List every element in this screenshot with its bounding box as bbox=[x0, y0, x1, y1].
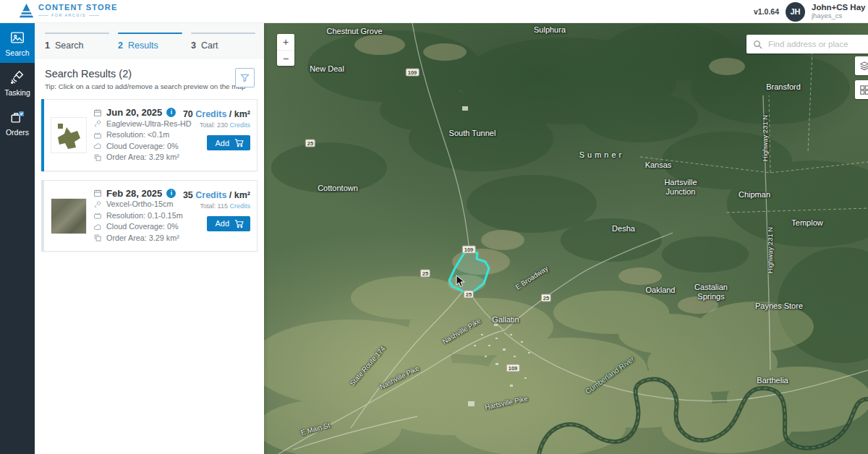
imagery-search-icon bbox=[9, 30, 25, 46]
sidebar-item-label: Orders bbox=[6, 128, 29, 137]
map-label: Sumner bbox=[579, 150, 625, 160]
result-thumbnail-imagery bbox=[51, 198, 87, 234]
zoom-in-button[interactable]: + bbox=[277, 34, 294, 50]
results-tip: Tip: Click on a card to add/remove a sea… bbox=[45, 82, 254, 90]
sidebar-item-orders[interactable]: Orders bbox=[0, 103, 35, 142]
zoom-out-button[interactable]: − bbox=[277, 50, 294, 66]
map-route-shield: 25 bbox=[541, 294, 551, 302]
map-labels-layer: Chestnut GroveSulphuraNew DealBransfordS… bbox=[264, 23, 868, 454]
sensor-icon bbox=[93, 119, 102, 128]
map-label: E Broadway bbox=[514, 264, 550, 292]
content-store-logo-icon bbox=[19, 3, 34, 18]
app-version: v1.0.64 bbox=[754, 7, 779, 16]
capture-date: Jun 20, 2025 bbox=[106, 107, 162, 119]
map-label: Barthelia bbox=[757, 376, 788, 385]
sidebar-item-label: Tasking bbox=[4, 88, 30, 97]
map-label: Chipman bbox=[739, 190, 770, 200]
calendar-icon bbox=[93, 189, 102, 197]
map-route-shield: 109 bbox=[462, 246, 476, 254]
map-label: Oakland bbox=[646, 286, 676, 295]
results-title: Search Results (2) bbox=[45, 68, 254, 80]
logo-title: CONTENT STORE bbox=[38, 4, 118, 12]
user-handle: jhayes_cs bbox=[812, 12, 868, 20]
search-icon bbox=[753, 40, 762, 49]
map-label: Nashville Pike bbox=[441, 316, 482, 346]
cart-icon bbox=[234, 138, 244, 147]
map-search-box bbox=[746, 35, 868, 53]
map-label: New Deal bbox=[310, 64, 344, 74]
map-route-shield: 25 bbox=[420, 270, 430, 278]
order-area-icon bbox=[93, 153, 102, 162]
step-search[interactable]: 1Search bbox=[45, 33, 109, 51]
add-to-cart-button[interactable]: Add bbox=[207, 216, 250, 231]
price-per-km2: 70 Credits / km² bbox=[183, 109, 250, 119]
cloud-icon bbox=[93, 142, 102, 150]
funnel-icon bbox=[239, 72, 250, 83]
layers-button[interactable] bbox=[855, 56, 868, 75]
map-label: Cumberland River bbox=[584, 354, 637, 396]
sensor-icon bbox=[93, 200, 102, 209]
map-label: South Tunnel bbox=[449, 129, 496, 138]
user-name: John+CS Hay bbox=[812, 3, 868, 12]
map-label: State Route 174 bbox=[348, 344, 388, 387]
total-credits: Total: 230 Credits bbox=[183, 121, 250, 129]
capture-date: Feb 28, 2025 bbox=[106, 188, 162, 200]
map-label: Hartsville Junction bbox=[664, 178, 697, 197]
order-area: Order Area: 3.29 km² bbox=[106, 152, 179, 163]
map-route-shield: 109 bbox=[406, 69, 420, 77]
map-search-input[interactable] bbox=[768, 40, 868, 48]
map-label: Gallatin bbox=[492, 315, 519, 325]
sidebar-item-label: Search bbox=[5, 48, 29, 57]
step-cart[interactable]: 3Cart bbox=[191, 33, 255, 51]
result-thumbnail-footprint bbox=[51, 117, 87, 153]
map-route-shield: 109 bbox=[506, 364, 520, 372]
cloud-coverage: Cloud Coverage: 0% bbox=[106, 221, 179, 233]
map-label: Hartsville Pike bbox=[484, 393, 529, 411]
map-canvas[interactable]: Chestnut GroveSulphuraNew DealBransfordS… bbox=[264, 23, 868, 454]
app-header: CONTENT STORE FOR ARCGIS v1.0.64 JH John… bbox=[0, 0, 868, 23]
order-area: Order Area: 3.29 km² bbox=[106, 233, 179, 244]
user-info[interactable]: John+CS Hay jhayes_cs bbox=[812, 3, 868, 20]
orders-box-icon bbox=[9, 109, 25, 125]
map-label: Cottontown bbox=[318, 184, 358, 193]
map-label: Paynes Store bbox=[755, 301, 803, 311]
satellite-icon bbox=[9, 69, 25, 85]
map-label: Castalian Springs bbox=[694, 283, 728, 301]
result-card[interactable]: Jun 20, 2025 i Eagleview-Ultra-Res-HD Re… bbox=[41, 99, 258, 171]
app-logo: CONTENT STORE FOR ARCGIS bbox=[19, 3, 118, 18]
sidebar-item-tasking[interactable]: Tasking bbox=[0, 63, 35, 103]
step-results[interactable]: 2Results bbox=[118, 33, 182, 51]
filter-button[interactable] bbox=[235, 68, 255, 87]
price-per-km2: 35 Credits / km² bbox=[183, 190, 250, 200]
search-results-panel: 1Search 2Results 3Cart Search Results (2… bbox=[35, 23, 264, 454]
cloud-icon bbox=[93, 223, 102, 231]
add-to-cart-button[interactable]: Add bbox=[207, 135, 250, 150]
result-card[interactable]: Feb 28, 2025 i Vexcel-Ortho-15cm Resolut… bbox=[41, 180, 258, 252]
map-label: Highway 231 N bbox=[760, 115, 770, 161]
map-label: Desha bbox=[612, 224, 635, 234]
calendar-icon bbox=[93, 108, 102, 117]
logo-subtitle: FOR ARCGIS bbox=[38, 13, 118, 17]
basemap-gallery-button[interactable] bbox=[855, 80, 868, 99]
provider: Eagleview-Ultra-Res-HD bbox=[106, 119, 192, 130]
total-credits: Total: 115 Credits bbox=[183, 202, 250, 210]
map-label: Templow bbox=[791, 218, 822, 228]
provider: Vexcel-Ortho-15cm bbox=[106, 199, 173, 210]
map-label: Highway 231 N bbox=[765, 227, 775, 273]
info-icon[interactable]: i bbox=[166, 189, 176, 198]
info-icon[interactable]: i bbox=[166, 108, 176, 117]
workflow-steps: 1Search 2Results 3Cart bbox=[35, 23, 264, 59]
map-label: Chestnut Grove bbox=[326, 27, 382, 36]
resolution-icon bbox=[93, 211, 102, 220]
user-avatar[interactable]: JH bbox=[786, 2, 805, 22]
map-label: Bransford bbox=[766, 82, 801, 92]
map-label: Kansas bbox=[645, 160, 672, 170]
map-label: Sulphura bbox=[534, 25, 566, 35]
sidebar-item-search[interactable]: Search bbox=[0, 23, 35, 63]
cloud-coverage: Cloud Coverage: 0% bbox=[106, 141, 179, 153]
resolution-icon bbox=[93, 131, 102, 140]
map-route-shield: 25 bbox=[464, 291, 474, 299]
resolution: Resolution: 0.1-0.15m bbox=[106, 210, 183, 222]
sidebar: Search Tasking Orders bbox=[0, 23, 35, 454]
map-label: Nashville Pike bbox=[378, 364, 420, 392]
